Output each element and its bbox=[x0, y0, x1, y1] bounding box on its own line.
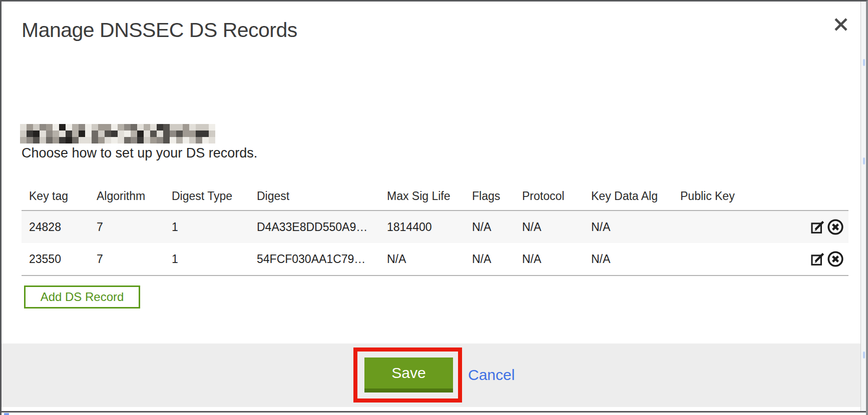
header-protocol: Protocol bbox=[522, 186, 591, 210]
cell-max-sig-life: N/A bbox=[387, 243, 472, 276]
cell-digest-type: 1 bbox=[172, 243, 257, 276]
page-behind-sliver bbox=[861, 2, 866, 411]
cell-algorithm: 7 bbox=[97, 210, 172, 243]
cell-max-sig-life: 1814400 bbox=[387, 210, 472, 243]
header-key-data-alg: Key Data Alg bbox=[591, 186, 680, 210]
page-artifact bbox=[4, 413, 9, 415]
table-row: 24828 7 1 D4A33E8DD550A9… 1814400 N/A N/… bbox=[22, 210, 848, 243]
close-x-icon bbox=[834, 18, 848, 32]
edit-record-button[interactable] bbox=[809, 250, 826, 268]
cancel-link[interactable]: Cancel bbox=[468, 366, 515, 384]
gutter-artifact bbox=[863, 158, 865, 164]
delete-x-icon bbox=[826, 250, 844, 268]
delete-record-button[interactable] bbox=[826, 250, 844, 268]
header-digest: Digest bbox=[257, 186, 387, 210]
frame-bottom-border bbox=[2, 411, 866, 412]
close-button[interactable] bbox=[831, 14, 851, 34]
screenshot-frame: Manage DNSSEC DS Records Choose how to s… bbox=[0, 0, 868, 415]
header-actions bbox=[762, 186, 848, 210]
cell-protocol: N/A bbox=[522, 243, 591, 276]
cell-key-tag: 23550 bbox=[22, 243, 97, 276]
cell-public-key bbox=[680, 210, 762, 243]
add-ds-record-button[interactable]: Add DS Record bbox=[24, 286, 140, 308]
redacted-domain-name bbox=[20, 124, 215, 144]
gutter-artifact bbox=[863, 352, 865, 358]
edit-icon bbox=[809, 250, 826, 268]
delete-record-button[interactable] bbox=[826, 218, 844, 236]
cell-flags: N/A bbox=[472, 210, 522, 243]
table-header-row: Key tag Algorithm Digest Type Digest Max… bbox=[22, 186, 848, 210]
delete-x-icon bbox=[826, 218, 844, 236]
cell-key-data-alg: N/A bbox=[591, 210, 680, 243]
gutter-artifact bbox=[863, 59, 865, 66]
modal-subtitle: Choose how to set up your DS records. bbox=[22, 146, 257, 161]
cell-public-key bbox=[680, 243, 762, 276]
cell-digest: 54FCF030AA1C79… bbox=[257, 243, 387, 276]
header-flags: Flags bbox=[472, 186, 522, 210]
cell-key-tag: 24828 bbox=[22, 210, 97, 243]
edit-icon bbox=[809, 218, 826, 236]
header-public-key: Public Key bbox=[680, 186, 762, 210]
cell-digest: D4A33E8DD550A9… bbox=[257, 210, 387, 243]
cell-protocol: N/A bbox=[522, 210, 591, 243]
modal-footer: Save Cancel bbox=[2, 344, 860, 407]
ds-records-table: Key tag Algorithm Digest Type Digest Max… bbox=[22, 186, 848, 276]
header-key-tag: Key tag bbox=[22, 186, 97, 210]
header-max-sig-life: Max Sig Life bbox=[387, 186, 472, 210]
cell-key-data-alg: N/A bbox=[591, 243, 680, 276]
header-algorithm: Algorithm bbox=[97, 186, 172, 210]
table-row: 23550 7 1 54FCF030AA1C79… N/A N/A N/A N/… bbox=[22, 243, 848, 276]
save-button[interactable]: Save bbox=[364, 358, 453, 392]
modal-title: Manage DNSSEC DS Records bbox=[22, 18, 297, 42]
edit-record-button[interactable] bbox=[809, 218, 826, 236]
cell-flags: N/A bbox=[472, 243, 522, 276]
cell-digest-type: 1 bbox=[172, 210, 257, 243]
cell-algorithm: 7 bbox=[97, 243, 172, 276]
header-digest-type: Digest Type bbox=[172, 186, 257, 210]
dnssec-modal: Manage DNSSEC DS Records Choose how to s… bbox=[2, 2, 861, 411]
